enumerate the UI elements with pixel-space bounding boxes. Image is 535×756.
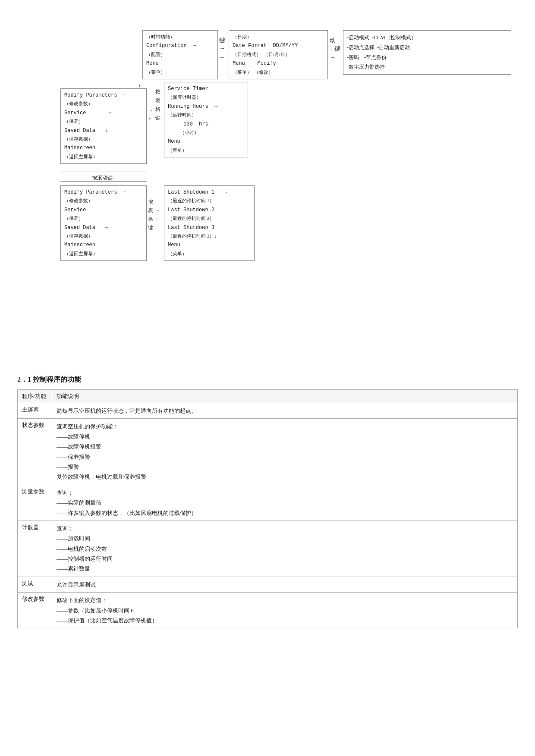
prog-cell: 修改参数 bbox=[18, 593, 52, 628]
ann-mid2-2: 表 bbox=[148, 207, 153, 214]
desc-line: 复位故障停机，电机过载和保养报警 bbox=[57, 472, 513, 482]
desc-line: ——参数（比如最小停机时间 0 bbox=[57, 605, 513, 615]
ann-mid2-4: 键 bbox=[148, 224, 153, 232]
desc-cell: 简短显示空压机的运行状态，它是通向所有功能的起点。 bbox=[52, 403, 518, 419]
desc-line: ——报警 bbox=[57, 462, 513, 472]
prog-cell: 计数器 bbox=[18, 521, 52, 577]
menu-box-left2: Modify Parameters ↑ （修改参数） Service （保养） … bbox=[60, 185, 147, 261]
scroll-label: 按滚动键↓ bbox=[60, 174, 147, 182]
desc-cell: 允许显示屏测试 bbox=[52, 577, 518, 592]
function-table: 程序/功能 功能说明 主屏幕简短显示空压机的运行状态，它是通向所有功能的起点。状… bbox=[17, 389, 518, 628]
table-row: 计数器查询：——加载时间——电机的启动次数——控制器的运行时间——累计数量 bbox=[18, 521, 518, 577]
desc-line: ——故障停机 bbox=[57, 432, 513, 442]
desc-line: ——许多输入参数的状态，（比如风扇电机的过载保护） bbox=[57, 508, 513, 518]
desc-line: 查询： bbox=[57, 488, 513, 498]
desc-cell: 查询空压机的保护功能：——故障停机——故障停机报警——保养报警——报警复位故障停… bbox=[52, 419, 518, 485]
desc-line: ——故障停机报警 bbox=[57, 442, 513, 452]
prog-cell: 测试 bbox=[18, 577, 52, 592]
ann-mid2-5: → bbox=[155, 207, 160, 213]
desc-line: ——电机的启动次数 bbox=[57, 544, 513, 554]
desc-line: ——保养报警 bbox=[57, 452, 513, 462]
arrow-top-6: → bbox=[330, 54, 336, 61]
desc-line: 查询空压机的保护功能： bbox=[57, 421, 513, 431]
table-row: 测试允许显示屏测试 bbox=[18, 577, 518, 592]
table-row: 主屏幕简短显示空压机的运行状态，它是通向所有功能的起点。 bbox=[18, 403, 518, 419]
table-section: 2．1 控制程序的功能 程序/功能 功能说明 主屏幕简短显示空压机的运行状态，它… bbox=[17, 375, 518, 628]
arrow-mid1-down: ↓ bbox=[138, 82, 141, 89]
table-row: 状态参数查询空压机的保护功能：——故障停机——故障停机报警——保养报警——报警复… bbox=[18, 419, 518, 485]
menu-box-last-shutdown: Last Shutdown 1 → （最近的停机时间 1） Last Shutd… bbox=[164, 185, 255, 261]
arrow-top-5: ↓ 键 bbox=[330, 45, 340, 53]
ann-mid2-1: 按 bbox=[148, 198, 153, 206]
menu-box-date: （日期） Date Format DD/MM/YY （日期格式） （日/月/年）… bbox=[229, 30, 328, 79]
diagram-area: （时钟功能） Configuration → （配置） Menu （菜单） 键 … bbox=[17, 13, 518, 367]
desc-line: ——实际的测量值 bbox=[57, 498, 513, 508]
desc-line: 允许显示屏测试 bbox=[57, 580, 513, 590]
arrow-top-2: → bbox=[219, 45, 225, 52]
menu-box-service-timer: Service Timer （保养计时器） Running Hours → （运… bbox=[164, 82, 248, 157]
prog-cell: 状态参数 bbox=[18, 419, 52, 485]
desc-cell: 查询：——加载时间——电机的启动次数——控制器的运行时间——累计数量 bbox=[52, 521, 518, 577]
menu-box-left1: Modify Parameters ↑ （修改参数） Service → （保养… bbox=[60, 88, 147, 164]
section-title: 2．1 控制程序的功能 bbox=[17, 375, 518, 384]
arrow-top-1: 键 bbox=[219, 37, 225, 44]
ann-mid2-6: ← bbox=[155, 216, 160, 222]
col-header-desc: 功能说明 bbox=[52, 390, 518, 403]
prog-cell: 主屏幕 bbox=[18, 403, 52, 419]
arrow-top-4: 动 bbox=[330, 37, 336, 44]
col-header-prog: 程序/功能 bbox=[18, 390, 52, 403]
desc-line: ——加载时间 bbox=[57, 533, 513, 543]
ann-mid2-3: 格 bbox=[148, 216, 153, 223]
ann-mid1-1: → bbox=[148, 107, 153, 113]
desc-line: ——控制器的运行时间 bbox=[57, 554, 513, 564]
ann-mid1-4: 表 bbox=[155, 97, 160, 104]
desc-line: ——累计数量 bbox=[57, 564, 513, 574]
desc-cell: 查询：——实际的测量值——许多输入参数的状态，（比如风扇电机的过载保护） bbox=[52, 485, 518, 521]
desc-line: 修改下面的设定值： bbox=[57, 595, 513, 605]
desc-line: ——保护值（比如空气温度故障停机值） bbox=[57, 615, 513, 625]
ann-mid1-3: 按 bbox=[155, 88, 160, 96]
table-row: 测量参数查询：——实际的测量值——许多输入参数的状态，（比如风扇电机的过载保护） bbox=[18, 485, 518, 521]
desc-line: 查询： bbox=[57, 524, 513, 533]
menu-box-options: -启动模式 -CCM（控制模式） -启动点选择 -自动重新启动 -密码 -节点身… bbox=[343, 30, 511, 75]
ann-mid1-2: ← bbox=[148, 116, 153, 122]
table-row: 修改参数修改下面的设定值：——参数（比如最小停机时间 0——保护值（比如空气温度… bbox=[18, 593, 518, 628]
ann-mid1-6: 键 bbox=[155, 114, 160, 122]
menu-box-clock: （时钟功能） Configuration → （配置） Menu （菜单） bbox=[142, 30, 218, 79]
prog-cell: 测量参数 bbox=[18, 485, 52, 521]
ann-mid1-5: 格 bbox=[155, 106, 160, 113]
desc-line: 简短显示空压机的运行状态，它是通向所有功能的起点。 bbox=[57, 406, 513, 416]
desc-cell: 修改下面的设定值：——参数（比如最小停机时间 0——保护值（比如空气温度故障停机… bbox=[52, 593, 518, 628]
arrow-top-3: ← bbox=[219, 54, 225, 61]
